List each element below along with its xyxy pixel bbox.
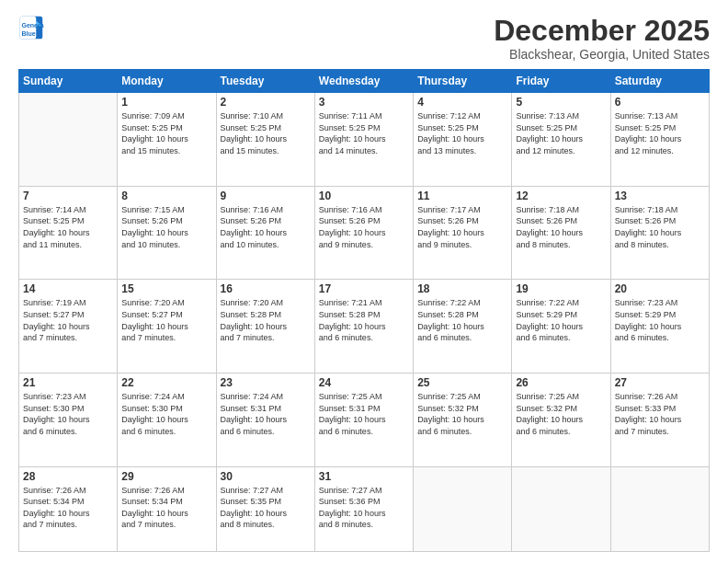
table-row — [512, 466, 610, 551]
table-row: 1Sunrise: 7:09 AMSunset: 5:25 PMDaylight… — [118, 93, 216, 187]
day-info: Sunrise: 7:24 AMSunset: 5:30 PMDaylight:… — [121, 391, 211, 437]
table-row: 7Sunrise: 7:14 AMSunset: 5:25 PMDaylight… — [19, 186, 118, 280]
day-number: 7 — [23, 190, 113, 202]
table-row: 10Sunrise: 7:16 AMSunset: 5:26 PMDayligh… — [314, 186, 413, 280]
table-row: 20Sunrise: 7:23 AMSunset: 5:29 PMDayligh… — [610, 280, 709, 373]
table-row: 15Sunrise: 7:20 AMSunset: 5:27 PMDayligh… — [118, 280, 216, 373]
logo-icon: General Blue — [18, 15, 44, 40]
day-info: Sunrise: 7:17 AMSunset: 5:26 PMDaylight:… — [417, 204, 507, 250]
day-info: Sunrise: 7:18 AMSunset: 5:26 PMDaylight:… — [615, 204, 705, 250]
table-row: 22Sunrise: 7:24 AMSunset: 5:30 PMDayligh… — [118, 373, 216, 467]
calendar-table: Sunday Monday Tuesday Wednesday Thursday… — [18, 69, 710, 552]
day-number: 27 — [615, 376, 705, 389]
day-number: 23 — [221, 376, 311, 389]
table-row — [414, 466, 512, 551]
day-number: 6 — [615, 96, 705, 109]
table-row: 11Sunrise: 7:17 AMSunset: 5:26 PMDayligh… — [414, 186, 512, 280]
day-number: 26 — [516, 376, 606, 389]
day-info: Sunrise: 7:22 AMSunset: 5:29 PMDaylight:… — [516, 297, 606, 343]
table-row: 4Sunrise: 7:12 AMSunset: 5:25 PMDaylight… — [414, 93, 512, 187]
day-number: 3 — [319, 96, 409, 109]
day-info: Sunrise: 7:16 AMSunset: 5:26 PMDaylight:… — [221, 204, 311, 250]
table-row: 24Sunrise: 7:25 AMSunset: 5:31 PMDayligh… — [314, 373, 413, 467]
day-number: 29 — [121, 470, 211, 483]
day-info: Sunrise: 7:15 AMSunset: 5:26 PMDaylight:… — [121, 204, 211, 250]
day-info: Sunrise: 7:14 AMSunset: 5:25 PMDaylight:… — [23, 204, 113, 250]
location: Blackshear, Georgia, United States — [494, 47, 710, 62]
table-row: 14Sunrise: 7:19 AMSunset: 5:27 PMDayligh… — [19, 280, 118, 373]
day-info: Sunrise: 7:26 AMSunset: 5:34 PMDaylight:… — [23, 485, 113, 531]
table-row: 5Sunrise: 7:13 AMSunset: 5:25 PMDaylight… — [512, 93, 610, 187]
day-number: 5 — [516, 96, 606, 109]
table-row: 16Sunrise: 7:20 AMSunset: 5:28 PMDayligh… — [216, 280, 314, 373]
table-row: 27Sunrise: 7:26 AMSunset: 5:33 PMDayligh… — [610, 373, 709, 467]
day-info: Sunrise: 7:12 AMSunset: 5:25 PMDaylight:… — [417, 110, 507, 156]
col-saturday: Saturday — [610, 70, 709, 93]
day-number: 20 — [615, 282, 705, 295]
day-info: Sunrise: 7:13 AMSunset: 5:25 PMDaylight:… — [516, 110, 606, 156]
calendar-header-row: Sunday Monday Tuesday Wednesday Thursday… — [19, 70, 710, 93]
col-thursday: Thursday — [414, 70, 512, 93]
day-number: 31 — [319, 470, 409, 483]
table-row: 28Sunrise: 7:26 AMSunset: 5:34 PMDayligh… — [19, 466, 118, 551]
day-number: 10 — [319, 190, 409, 202]
day-number: 28 — [23, 470, 113, 483]
day-number: 12 — [516, 190, 606, 202]
col-monday: Monday — [118, 70, 216, 93]
day-number: 17 — [319, 282, 409, 295]
month-title: December 2025 — [494, 15, 710, 47]
table-row: 31Sunrise: 7:27 AMSunset: 5:36 PMDayligh… — [314, 466, 413, 551]
day-info: Sunrise: 7:23 AMSunset: 5:29 PMDaylight:… — [615, 297, 705, 343]
page: General Blue December 2025 Blackshear, G… — [0, 0, 728, 563]
col-wednesday: Wednesday — [314, 70, 413, 93]
table-row: 8Sunrise: 7:15 AMSunset: 5:26 PMDaylight… — [118, 186, 216, 280]
day-number: 25 — [417, 376, 507, 389]
table-row: 21Sunrise: 7:23 AMSunset: 5:30 PMDayligh… — [19, 373, 118, 467]
day-info: Sunrise: 7:18 AMSunset: 5:26 PMDaylight:… — [516, 204, 606, 250]
table-row: 25Sunrise: 7:25 AMSunset: 5:32 PMDayligh… — [414, 373, 512, 467]
day-info: Sunrise: 7:10 AMSunset: 5:25 PMDaylight:… — [221, 110, 311, 156]
day-number: 13 — [615, 190, 705, 202]
table-row: 19Sunrise: 7:22 AMSunset: 5:29 PMDayligh… — [512, 280, 610, 373]
day-number: 22 — [121, 376, 211, 389]
day-info: Sunrise: 7:23 AMSunset: 5:30 PMDaylight:… — [23, 391, 113, 437]
col-tuesday: Tuesday — [216, 70, 314, 93]
table-row: 3Sunrise: 7:11 AMSunset: 5:25 PMDaylight… — [314, 93, 413, 187]
table-row: 23Sunrise: 7:24 AMSunset: 5:31 PMDayligh… — [216, 373, 314, 467]
day-info: Sunrise: 7:20 AMSunset: 5:28 PMDaylight:… — [221, 297, 311, 343]
day-number: 30 — [221, 470, 311, 483]
day-info: Sunrise: 7:21 AMSunset: 5:28 PMDaylight:… — [319, 297, 409, 343]
day-number: 4 — [417, 96, 507, 109]
day-number: 11 — [417, 190, 507, 202]
day-number: 18 — [417, 282, 507, 295]
day-number: 16 — [221, 282, 311, 295]
day-info: Sunrise: 7:25 AMSunset: 5:32 PMDaylight:… — [516, 391, 606, 437]
day-info: Sunrise: 7:11 AMSunset: 5:25 PMDaylight:… — [319, 110, 409, 156]
svg-text:General: General — [22, 22, 45, 29]
table-row: 30Sunrise: 7:27 AMSunset: 5:35 PMDayligh… — [216, 466, 314, 551]
day-number: 8 — [121, 190, 211, 202]
day-info: Sunrise: 7:26 AMSunset: 5:33 PMDaylight:… — [615, 391, 705, 437]
day-number: 24 — [319, 376, 409, 389]
day-info: Sunrise: 7:09 AMSunset: 5:25 PMDaylight:… — [121, 110, 211, 156]
day-number: 1 — [121, 96, 211, 109]
col-sunday: Sunday — [19, 70, 118, 93]
table-row — [19, 93, 118, 187]
table-row: 13Sunrise: 7:18 AMSunset: 5:26 PMDayligh… — [610, 186, 709, 280]
day-info: Sunrise: 7:27 AMSunset: 5:35 PMDaylight:… — [221, 485, 311, 531]
day-number: 21 — [23, 376, 113, 389]
table-row — [610, 466, 709, 551]
day-info: Sunrise: 7:27 AMSunset: 5:36 PMDaylight:… — [319, 485, 409, 531]
table-row: 26Sunrise: 7:25 AMSunset: 5:32 PMDayligh… — [512, 373, 610, 467]
day-info: Sunrise: 7:20 AMSunset: 5:27 PMDaylight:… — [121, 297, 211, 343]
day-info: Sunrise: 7:26 AMSunset: 5:34 PMDaylight:… — [121, 485, 211, 531]
header: General Blue December 2025 Blackshear, G… — [18, 15, 710, 62]
title-block: December 2025 Blackshear, Georgia, Unite… — [494, 15, 710, 62]
svg-text:Blue: Blue — [22, 30, 36, 37]
day-number: 2 — [221, 96, 311, 109]
logo: General Blue — [18, 15, 44, 40]
day-number: 9 — [221, 190, 311, 202]
table-row: 2Sunrise: 7:10 AMSunset: 5:25 PMDaylight… — [216, 93, 314, 187]
table-row: 29Sunrise: 7:26 AMSunset: 5:34 PMDayligh… — [118, 466, 216, 551]
table-row: 6Sunrise: 7:13 AMSunset: 5:25 PMDaylight… — [610, 93, 709, 187]
